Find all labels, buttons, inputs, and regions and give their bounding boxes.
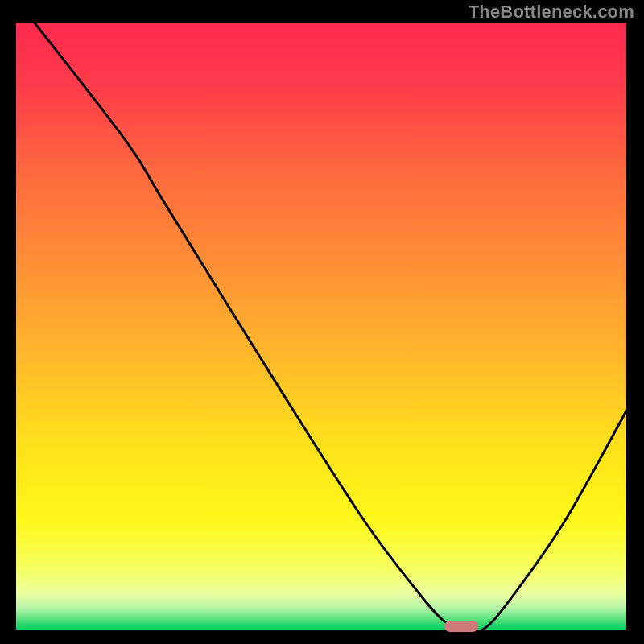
chart-frame: TheBottleneck.com bbox=[0, 0, 644, 644]
optimal-point-marker bbox=[444, 621, 478, 632]
plot-area bbox=[16, 23, 626, 630]
gradient-background bbox=[16, 23, 626, 630]
watermark-text: TheBottleneck.com bbox=[469, 2, 634, 23]
bottleneck-chart-svg bbox=[16, 23, 626, 630]
